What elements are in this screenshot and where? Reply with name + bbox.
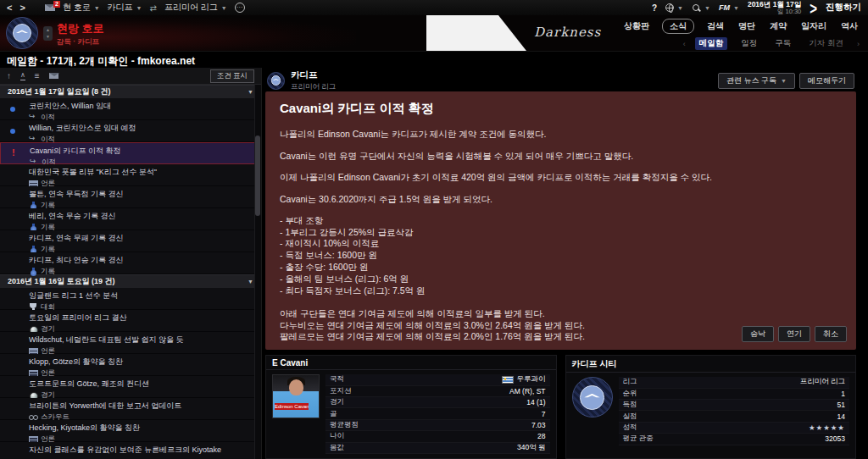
mail-icon: 2 xyxy=(45,4,55,11)
nav-jobs[interactable]: 일자리 xyxy=(799,19,828,33)
list-item[interactable]: 볼튼, 연속 무득점 기록 경신 기록 xyxy=(0,186,261,208)
nav-overview[interactable]: 상황판 xyxy=(622,19,651,33)
swap-icon[interactable]: ⇄ xyxy=(150,3,157,13)
inbox-shortcut[interactable]: 2 xyxy=(45,4,55,11)
nav-history[interactable]: 역사 xyxy=(839,19,860,33)
team-menu[interactable]: 카디프 ▼ xyxy=(108,2,142,14)
club-name[interactable]: 카디프 xyxy=(291,69,336,81)
fm-menu[interactable]: FM ▼ xyxy=(719,3,739,12)
forward-icon[interactable]: > xyxy=(19,3,25,13)
list-item[interactable]: 잉글랜드 리그 1 선수 분석 대회 xyxy=(0,288,261,310)
search-menu[interactable]: ▼ xyxy=(692,3,710,13)
list-item[interactable]: 브라이튼의 Yorwerth에 대한 보고서 업데이트 스카우트 xyxy=(0,398,261,420)
collapse-all-icon[interactable]: ∧ xyxy=(20,72,25,80)
cardiff-crest-icon[interactable] xyxy=(6,17,38,49)
list-item[interactable]: 자신의 클래스를 유감없이 보여준 뉴른베르크의 Kiyotake xyxy=(0,442,261,459)
row-value: 프리미어 리그 xyxy=(800,377,845,387)
row-label: 순위 xyxy=(623,389,637,399)
list-item-selected[interactable]: ! Cavani의 카디프 이적 확정 이적 xyxy=(0,142,261,164)
nav-transfers[interactable]: 계약 xyxy=(768,19,788,33)
row-label: 성적 xyxy=(623,423,637,433)
row-label: 나이 xyxy=(330,431,344,441)
mail-title: 대한민국 풋볼 리뷰 "K리그 선수 분석" xyxy=(29,167,254,178)
manager-header: ▲▼ 현랑 호로 감독 · 카디프 Darkness 상황판 소식 검색 명단 … xyxy=(0,15,868,51)
mail-filter-icon[interactable] xyxy=(49,73,58,79)
row-value: 340억 원 xyxy=(517,443,546,453)
list-item[interactable]: Klopp, Götze의 활약을 칭찬 언론 xyxy=(0,354,261,376)
tab-inbox[interactable]: 메일함 xyxy=(695,37,728,50)
list-item[interactable]: 카디프, 연속 무패 기록 경신 기록 xyxy=(0,230,261,252)
memo-button[interactable]: 메모해두기 xyxy=(799,73,854,89)
world-icon[interactable]: ··· xyxy=(235,3,245,13)
row-label: 국적 xyxy=(330,374,344,384)
unread-dot xyxy=(10,129,15,134)
mail-title: 도르트문트의 Götze, 쾌조의 컨디션 xyxy=(29,379,254,390)
filter-button[interactable]: 조건 표시 xyxy=(210,69,254,83)
article-paragraph: 나폴리의 Edinson Cavani는 카디프가 제시한 계약 조건에 동의했… xyxy=(280,128,842,141)
manager-name[interactable]: 현랑 호로 xyxy=(57,21,104,36)
list-item[interactable]: 베리, 연속 무승 기록 경신 기록 xyxy=(0,208,261,230)
back-icon[interactable]: < xyxy=(7,3,12,13)
row-value: 7 xyxy=(542,410,546,418)
list-item[interactable]: Willian, 코린치안스로 임대 예정 이적 xyxy=(0,120,261,142)
list-item[interactable]: 도르트문트의 Götze, 쾌조의 컨디션 경기 xyxy=(0,376,261,398)
player-name[interactable]: E Cavani xyxy=(266,356,556,370)
list-item[interactable]: 대한민국 풋볼 리뷰 "K리그 선수 분석" 언론 xyxy=(0,164,261,186)
nav-squad[interactable]: 명단 xyxy=(737,19,757,33)
scrollbar[interactable] xyxy=(254,85,261,459)
continue-button[interactable]: 진행하기 xyxy=(826,2,861,14)
contract-clause: - 부대 조항 xyxy=(280,215,842,227)
list-item[interactable]: 카디프, 최다 연승 기록 경신 기록 xyxy=(0,252,261,274)
row-label: 골 xyxy=(330,409,337,419)
skin-logo: Darkness xyxy=(534,25,601,40)
chevron-down-icon: ▼ xyxy=(136,5,142,11)
list-item[interactable]: Hecking, Kiyotake의 활약을 칭찬 언론 xyxy=(0,420,261,442)
list-view-icon[interactable]: ≡ xyxy=(35,72,40,80)
subnav-right-arrow-icon[interactable]: › xyxy=(857,40,860,48)
table-row: 포지션 AM (R), ST xyxy=(326,386,550,397)
delay-button[interactable]: 연기 xyxy=(778,326,810,342)
subnav-left-arrow-icon[interactable]: ‹ xyxy=(683,40,686,48)
tab-schedule[interactable]: 일정 xyxy=(737,37,761,50)
tab-press-conference[interactable]: 기자 회견 xyxy=(804,37,848,50)
article-paragraph: Cavani는 30.6.2020까지 주급 1.5억 원을 받게 되었다. xyxy=(280,193,842,206)
accept-button[interactable]: 승낙 xyxy=(742,326,774,342)
player-photo-face xyxy=(289,379,303,395)
mail-title: Wildschut, 네덜란드 대표팀 선발 쉽지 않을 듯 xyxy=(29,335,254,346)
mail-group-header[interactable]: 2016년 1월 17일 일요일 (8 건) ▼ xyxy=(0,85,261,98)
subscribe-news-button[interactable]: 관련 뉴스 구독 ▼ xyxy=(718,73,795,89)
nav-news[interactable]: 소식 xyxy=(662,19,694,34)
league-menu[interactable]: 프리미어 리그 ▼ xyxy=(164,2,227,14)
contract-clause: - 최다 득점자 보너스 (리그): 7.5억 원 xyxy=(280,285,842,297)
chevron-down-icon: ▼ xyxy=(248,279,253,285)
cardiff-crest-icon[interactable] xyxy=(267,72,285,90)
table-row: 리그 프리미어 리그 xyxy=(619,377,850,388)
profile-stepper[interactable]: ▲▼ xyxy=(43,26,53,41)
mail-title: Willian, 코린치안스로 임대 예정 xyxy=(29,123,254,134)
team-menu-label: 카디프 xyxy=(108,2,133,14)
cancel-button[interactable]: 취소 xyxy=(815,326,847,342)
list-item[interactable]: 코린치안스, Willian 임대 이적 xyxy=(0,98,261,120)
scrollbar-thumb[interactable] xyxy=(255,135,260,216)
manager-menu-label: 현 호로 xyxy=(63,2,91,14)
row-value: 28 xyxy=(537,432,545,440)
list-item[interactable]: Wildschut, 네덜란드 대표팀 선발 쉽지 않을 듯 언론 xyxy=(0,332,261,354)
mail-group-date: 2016년 1월 17일 일요일 (8 건) xyxy=(8,86,111,97)
row-label: 평균 관중 xyxy=(623,434,654,444)
table-row: 나이 28 xyxy=(326,431,550,442)
mail-title: Cavani의 카디프 이적 확정 xyxy=(30,146,253,157)
row-value: 51 xyxy=(837,401,845,409)
club-panel-title[interactable]: 카디프 시티 xyxy=(566,356,856,373)
globe-menu[interactable]: ▼ xyxy=(665,3,683,12)
manager-menu[interactable]: 현 호로 ▼ xyxy=(63,2,100,14)
article-paragraph: Cavani는 이런 유명 구단에서 자신의 능력을 시험해볼 수 있게 되어 … xyxy=(280,150,842,163)
sort-icon[interactable]: ↑ xyxy=(7,72,11,80)
mail-title: 잉글랜드 리그 1 선수 분석 xyxy=(29,290,254,301)
nav-search[interactable]: 검색 xyxy=(705,19,726,33)
news-item-header: 카디프 프리미어 리그 관련 뉴스 구독 ▼ 메모해두기 xyxy=(265,69,856,91)
list-item[interactable]: 토요일의 프리미어 리그 결산 경기 xyxy=(0,310,261,332)
table-row: 골 7 xyxy=(326,408,550,419)
help-icon[interactable]: ? xyxy=(652,3,657,13)
tab-subscriptions[interactable]: 구독 xyxy=(771,37,795,50)
title-bar: < > 2 현 호로 ▼ 카디프 ▼ ⇄ 프리미어 리그 ▼ ··· ? ▼ ▼… xyxy=(0,0,868,15)
